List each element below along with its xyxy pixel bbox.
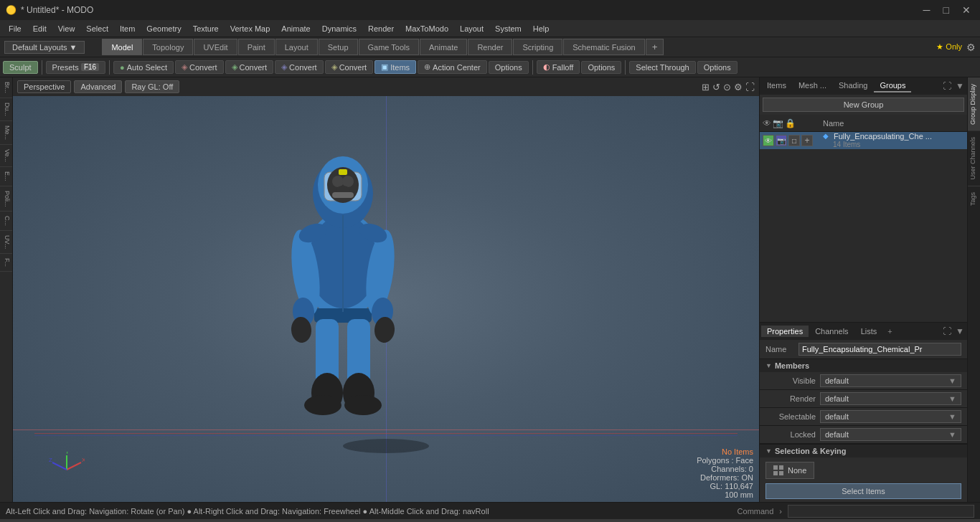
edge-tab-group-display[interactable]: Group Display bbox=[968, 77, 980, 130]
add-prop-tab[interactable]: + bbox=[883, 326, 896, 337]
tab-schematic-fusion[interactable]: Schematic Fusion bbox=[563, 39, 644, 55]
tab-layout[interactable]: Layout bbox=[275, 39, 318, 55]
window-controls[interactable]: ─ □ ✕ bbox=[920, 3, 974, 17]
tab-animate[interactable]: Animate bbox=[420, 39, 467, 55]
tab-uvedit[interactable]: UVEdit bbox=[194, 39, 237, 55]
sidebar-item-ve[interactable]: Ve... bbox=[0, 145, 12, 167]
items-button[interactable]: ▣ Items bbox=[374, 60, 416, 74]
tab-items[interactable]: Items bbox=[761, 80, 792, 92]
options-button-1[interactable]: Options bbox=[489, 61, 529, 74]
group-render-icon[interactable]: 📷 bbox=[776, 135, 787, 146]
advanced-button[interactable]: Advanced bbox=[74, 80, 122, 93]
viewport[interactable]: Perspective Advanced Ray GL: Off ⊞ ↺ ⊙ ⚙… bbox=[13, 77, 759, 502]
tab-setup[interactable]: Setup bbox=[319, 39, 358, 55]
menu-render[interactable]: Render bbox=[362, 23, 400, 34]
menu-item[interactable]: Item bbox=[114, 23, 141, 34]
svg-rect-35 bbox=[779, 465, 783, 470]
tab-render[interactable]: Render bbox=[468, 39, 512, 55]
settings-icon[interactable]: ⚙ bbox=[966, 42, 976, 53]
sidebar-item-poli[interactable]: Poli... bbox=[0, 186, 12, 212]
tab-model[interactable]: Model bbox=[102, 39, 142, 55]
sculpt-button[interactable]: Sculpt bbox=[3, 61, 38, 74]
action-center-button[interactable]: ⊕ Action Center bbox=[418, 60, 487, 74]
perspective-button[interactable]: Perspective bbox=[17, 80, 71, 93]
viewport-fit-icon[interactable]: ⊞ bbox=[702, 82, 710, 92]
presets-button[interactable]: Presets F16 bbox=[46, 61, 106, 74]
viewport-reset-icon[interactable]: ↺ bbox=[712, 82, 720, 92]
group-add-icon[interactable]: + bbox=[801, 135, 813, 146]
tab-channels[interactable]: Channels bbox=[809, 326, 854, 337]
members-section-header[interactable]: ▼ Members bbox=[760, 359, 967, 372]
sidebar-item-uv[interactable]: UV... bbox=[0, 231, 12, 254]
lock-header-icon: 🔒 bbox=[785, 118, 796, 128]
menu-texture[interactable]: Texture bbox=[187, 23, 225, 34]
tab-lists[interactable]: Lists bbox=[855, 326, 883, 337]
menu-dynamics[interactable]: Dynamics bbox=[316, 23, 362, 34]
none-button[interactable]: None bbox=[765, 462, 814, 479]
panel-expand-icon[interactable]: ⛶ bbox=[941, 80, 953, 92]
falloff-button[interactable]: ◐ Falloff bbox=[537, 60, 580, 74]
close-button[interactable]: ✕ bbox=[958, 3, 974, 17]
menu-view[interactable]: View bbox=[52, 23, 81, 34]
render-dropdown[interactable]: default ▼ bbox=[820, 392, 961, 405]
menu-layout[interactable]: Layout bbox=[454, 23, 489, 34]
tab-mesh[interactable]: Mesh ... bbox=[793, 80, 832, 92]
menu-maxtomod[interactable]: MaxToModo bbox=[400, 23, 454, 34]
visible-dropdown[interactable]: default ▼ bbox=[820, 374, 961, 387]
prop-settings-icon[interactable]: ▼ bbox=[954, 325, 966, 338]
sidebar-item-me[interactable]: Me... bbox=[0, 121, 12, 145]
name-field-input[interactable] bbox=[798, 343, 961, 356]
menu-animate[interactable]: Animate bbox=[275, 23, 316, 34]
group-visibility-icon[interactable]: 👁 bbox=[763, 135, 774, 146]
menu-select[interactable]: Select bbox=[80, 23, 114, 34]
group-lock-icon[interactable]: □ bbox=[788, 135, 800, 146]
convert-button-4[interactable]: ◈ Convert bbox=[325, 60, 374, 74]
options-button-2[interactable]: Options bbox=[581, 61, 621, 74]
add-workspace-tab[interactable]: + bbox=[646, 39, 664, 55]
menu-file[interactable]: File bbox=[3, 23, 27, 34]
viewport-zoom-icon[interactable]: ⊙ bbox=[723, 82, 731, 92]
sidebar-item-du[interactable]: Du... bbox=[0, 98, 12, 121]
selectable-dropdown[interactable]: default ▼ bbox=[820, 410, 961, 423]
sidebar-item-f[interactable]: F... bbox=[0, 254, 12, 272]
render-property-row: Render default ▼ bbox=[760, 390, 967, 408]
tab-scripting[interactable]: Scripting bbox=[513, 39, 562, 55]
convert-button-1[interactable]: ◈ Convert bbox=[175, 60, 224, 74]
options-button-3[interactable]: Options bbox=[697, 61, 738, 74]
menu-help[interactable]: Help bbox=[527, 23, 555, 34]
selection-keying-area: None Select Items bbox=[760, 457, 967, 502]
group-row[interactable]: 👁 📷 □ + ◆ Fully_Encapsulating_Che ... 14… bbox=[760, 132, 967, 149]
select-through-button[interactable]: Select Through bbox=[629, 61, 695, 74]
tab-groups[interactable]: Groups bbox=[874, 80, 911, 92]
tab-topology[interactable]: Topology bbox=[143, 39, 193, 55]
locked-dropdown[interactable]: default ▼ bbox=[820, 428, 961, 441]
edge-tab-tags[interactable]: Tags bbox=[968, 186, 980, 212]
tab-shading[interactable]: Shading bbox=[833, 80, 873, 92]
panel-settings-icon[interactable]: ▼ bbox=[954, 80, 966, 92]
menu-vertex-map[interactable]: Vertex Map bbox=[225, 23, 276, 34]
menu-system[interactable]: System bbox=[489, 23, 527, 34]
tab-paint[interactable]: Paint bbox=[238, 39, 275, 55]
sidebar-item-c[interactable]: C... bbox=[0, 212, 12, 231]
minimize-button[interactable]: ─ bbox=[920, 3, 934, 17]
new-group-button[interactable]: New Group bbox=[763, 98, 964, 112]
viewport-settings-icon[interactable]: ⚙ bbox=[734, 82, 743, 92]
tab-properties[interactable]: Properties bbox=[761, 326, 809, 337]
menu-edit[interactable]: Edit bbox=[27, 23, 52, 34]
maximize-button[interactable]: □ bbox=[940, 3, 953, 17]
command-input[interactable] bbox=[788, 505, 974, 518]
edge-tab-user-channels[interactable]: User Channels bbox=[968, 130, 980, 186]
prop-expand-icon[interactable]: ⛶ bbox=[941, 325, 953, 338]
sidebar-item-br[interactable]: Br... bbox=[0, 77, 12, 98]
convert-button-3[interactable]: ◈ Convert bbox=[275, 60, 324, 74]
default-layouts-button[interactable]: Default Layouts ▼ bbox=[4, 41, 85, 54]
selection-keying-section-header[interactable]: ▼ Selection & Keying bbox=[760, 444, 967, 457]
select-items-button[interactable]: Select Items bbox=[765, 483, 961, 499]
auto-select-button[interactable]: ● Auto Select bbox=[113, 61, 174, 74]
convert-button-2[interactable]: ◈ Convert bbox=[225, 60, 274, 74]
sidebar-item-e[interactable]: E... bbox=[0, 167, 12, 186]
ray-gl-button[interactable]: Ray GL: Off bbox=[125, 80, 179, 93]
viewport-expand-icon[interactable]: ⛶ bbox=[745, 82, 755, 92]
menu-geometry[interactable]: Geometry bbox=[141, 23, 187, 34]
tab-game-tools[interactable]: Game Tools bbox=[359, 39, 420, 55]
